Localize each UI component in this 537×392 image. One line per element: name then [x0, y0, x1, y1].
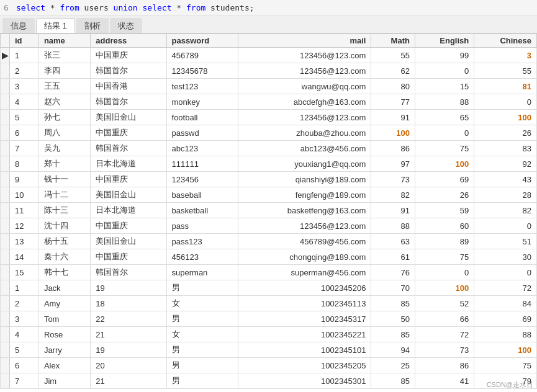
- table-row[interactable]: 11陈十三日本北海道basketballbasketfeng@163.com91…: [1, 203, 537, 218]
- row-indicator-cell: [1, 296, 10, 311]
- cell-math: 25: [371, 358, 415, 373]
- tab-result1[interactable]: 结果 1: [36, 18, 75, 33]
- cell-mail: fengfeng@189.com: [238, 187, 371, 203]
- cell-mail: chongqing@189.com: [238, 249, 371, 265]
- watermark: CSDN@走水肖: [487, 380, 533, 390]
- table-row[interactable]: 14秦十六中国重庆456123chongqing@189.com617530: [1, 249, 537, 265]
- cell-id: 3: [10, 311, 39, 327]
- cell-math: 77: [371, 94, 415, 110]
- cell-address: 22: [91, 311, 166, 327]
- cell-chinese: 88: [474, 327, 537, 342]
- cell-mail: 1002345206: [238, 280, 371, 296]
- cell-address: 美国旧金山: [91, 187, 166, 203]
- tab-info[interactable]: 信息: [2, 18, 35, 33]
- cell-english: 89: [415, 234, 474, 249]
- tab-status[interactable]: 状态: [110, 18, 142, 33]
- cell-id: 9: [10, 172, 39, 187]
- result-table: id name address password mail Math Engli…: [0, 33, 537, 389]
- cell-name: 张三: [38, 48, 90, 63]
- cell-address: 韩国首尔: [91, 265, 166, 280]
- cell-password: 男: [166, 280, 238, 296]
- cell-password: 男: [166, 358, 238, 373]
- cell-mail: superman@456.com: [238, 265, 371, 280]
- table-row[interactable]: 13杨十五美国旧金山pass123456789@456.com638951: [1, 234, 537, 249]
- row-indicator-cell: [1, 141, 10, 156]
- table-row[interactable]: 6周八中国重庆passwdzhouba@zhou.com100026: [1, 125, 537, 141]
- table-row[interactable]: 6Alex20男1002345205258675: [1, 358, 537, 373]
- cell-mail: 1002345221: [238, 327, 371, 342]
- cell-id: 1: [10, 48, 39, 63]
- cell-math: 82: [371, 187, 415, 203]
- cell-english: 15: [415, 79, 474, 94]
- cell-chinese: 0: [474, 265, 537, 280]
- tab-profile[interactable]: 剖析: [76, 18, 109, 33]
- cell-math: 100: [371, 125, 415, 141]
- cell-name: Jack: [38, 280, 90, 296]
- cell-password: baseball: [166, 187, 238, 203]
- row-indicator-cell: [1, 218, 10, 234]
- table-row[interactable]: 7吴九韩国首尔abc123abc123@456.com867583: [1, 141, 537, 156]
- cell-password: test123: [166, 79, 238, 94]
- table-row[interactable]: 5孙七美国旧金山football123456@123.com9165100: [1, 110, 537, 125]
- cell-chinese: 100: [474, 342, 537, 358]
- cell-id: 1: [10, 280, 39, 296]
- cell-password: passwd: [166, 125, 238, 141]
- cell-id: 8: [10, 156, 39, 172]
- table-row[interactable]: 1Jack19男10023452067010072: [1, 280, 537, 296]
- cell-math: 61: [371, 249, 415, 265]
- table-row[interactable]: 15韩十七韩国首尔supermansuperman@456.com7600: [1, 265, 537, 280]
- cell-math: 88: [371, 218, 415, 234]
- cell-math: 85: [371, 373, 415, 389]
- table-row[interactable]: 4Rose21女1002345221857288: [1, 327, 537, 342]
- cell-chinese: 81: [474, 79, 537, 94]
- cell-address: 19: [91, 342, 166, 358]
- cell-math: 62: [371, 63, 415, 79]
- cell-chinese: 28: [474, 187, 537, 203]
- row-indicator-cell: [1, 373, 10, 389]
- cell-id: 12: [10, 218, 39, 234]
- table-row[interactable]: 3王五中国香港test123wangwu@qq.com801581: [1, 79, 537, 94]
- cell-address: 美国旧金山: [91, 234, 166, 249]
- table-row[interactable]: 10冯十二美国旧金山baseballfengfeng@189.com822628: [1, 187, 537, 203]
- table-row[interactable]: 5Jarry19男10023451019473100: [1, 342, 537, 358]
- cell-name: Rose: [38, 327, 90, 342]
- cell-address: 中国重庆: [91, 48, 166, 63]
- cell-mail: 1002345205: [238, 358, 371, 373]
- cell-name: Tom: [38, 311, 90, 327]
- cell-english: 72: [415, 327, 474, 342]
- row-indicator-cell: [1, 327, 10, 342]
- cell-password: pass123: [166, 234, 238, 249]
- row-indicator-cell: [1, 203, 10, 218]
- col-english: English: [415, 34, 474, 48]
- cell-password: basketball: [166, 203, 238, 218]
- cell-name: 陈十三: [38, 203, 90, 218]
- col-id: id: [10, 34, 39, 48]
- row-indicator-cell: [1, 342, 10, 358]
- cell-name: 韩十七: [38, 265, 90, 280]
- result-table-container: id name address password mail Math Engli…: [0, 33, 537, 392]
- cell-mail: basketfeng@163.com: [238, 203, 371, 218]
- cell-name: Jim: [38, 373, 90, 389]
- cell-password: football: [166, 110, 238, 125]
- table-row[interactable]: 12沈十四中国重庆pass123456@123.com88600: [1, 218, 537, 234]
- cell-address: 中国重庆: [91, 125, 166, 141]
- table-row[interactable]: 9钱十一中国重庆123456qianshiyi@189.com736943: [1, 172, 537, 187]
- cell-chinese: 3: [474, 48, 537, 63]
- cell-english: 26: [415, 187, 474, 203]
- table-row[interactable]: 3Tom22男1002345317506669: [1, 311, 537, 327]
- cell-chinese: 82: [474, 203, 537, 218]
- row-indicator-cell: [1, 265, 10, 280]
- cell-math: 85: [371, 296, 415, 311]
- row-indicator-cell: [1, 234, 10, 249]
- cell-name: 赵六: [38, 94, 90, 110]
- cell-english: 41: [415, 373, 474, 389]
- table-row[interactable]: 8郑十日本北海道111111youxiang1@qq.com9710092: [1, 156, 537, 172]
- table-row[interactable]: ▶1张三中国重庆456789123456@123.com55993: [1, 48, 537, 63]
- table-row[interactable]: 2Amy18女1002345113855284: [1, 296, 537, 311]
- cell-english: 66: [415, 311, 474, 327]
- cell-id: 13: [10, 234, 39, 249]
- cell-address: 中国重庆: [91, 218, 166, 234]
- table-row[interactable]: 7Jim21男1002345301854179: [1, 373, 537, 389]
- table-row[interactable]: 2李四韩国首尔12345678123456@123.com62055: [1, 63, 537, 79]
- table-row[interactable]: 4赵六韩国首尔monkeyabcdefgh@163.com77880: [1, 94, 537, 110]
